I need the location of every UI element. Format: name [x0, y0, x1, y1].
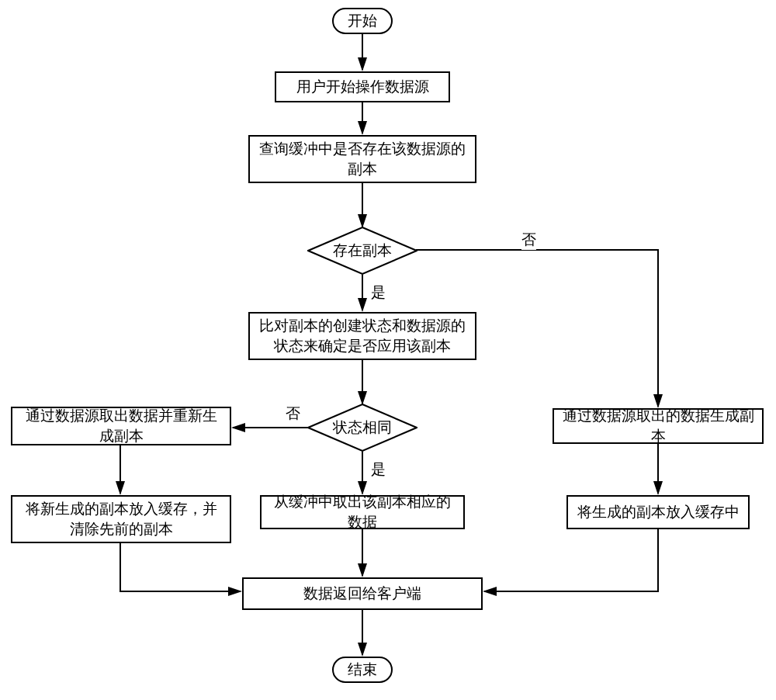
- label-d2-yes: 是: [371, 459, 386, 480]
- process-return-client: 数据返回给客户端: [242, 577, 483, 610]
- process-label: 用户开始操作数据源: [296, 77, 429, 97]
- process-label: 通过数据源取出数据并重新生成副本: [19, 406, 223, 445]
- process-generate-from-source: 通过数据源取出的数据生成副本: [553, 408, 764, 444]
- process-put-new-clear-old: 将新生成的副本放入缓存，并清除先前的副本: [11, 495, 231, 543]
- label-d2-no: 否: [286, 404, 300, 424]
- decision-label: 存在副本: [333, 241, 392, 261]
- terminator-start: 开始: [332, 8, 393, 34]
- process-label: 查询缓冲中是否存在该数据源的副本: [256, 139, 469, 178]
- process-label: 将生成的副本放入缓存中: [577, 502, 740, 522]
- process-label: 通过数据源取出的数据生成副本: [560, 406, 756, 445]
- process-put-to-cache: 将生成的副本放入缓存中: [566, 495, 750, 529]
- process-label: 将新生成的副本放入缓存，并清除先前的副本: [19, 499, 223, 539]
- process-label: 比对副本的创建状态和数据源的状态来确定是否应用该副本: [256, 316, 469, 355]
- decision-same-state: 状态相同: [307, 404, 417, 452]
- process-query-buffer: 查询缓冲中是否存在该数据源的副本: [248, 135, 476, 183]
- terminator-end: 结束: [332, 657, 393, 683]
- process-compare-state: 比对副本的创建状态和数据源的状态来确定是否应用该副本: [248, 312, 476, 360]
- decision-has-replica: 存在副本: [307, 227, 417, 275]
- label-d1-yes: 是: [371, 282, 386, 303]
- process-regenerate-replica: 通过数据源取出数据并重新生成副本: [11, 407, 231, 445]
- terminator-end-label: 结束: [348, 660, 377, 680]
- process-label: 从缓冲中取出该副本相应的数据: [268, 492, 457, 532]
- label-d1-no: 否: [521, 230, 536, 250]
- process-user-operate: 用户开始操作数据源: [275, 71, 450, 102]
- process-label: 数据返回给客户端: [303, 584, 421, 604]
- decision-label: 状态相同: [333, 418, 392, 438]
- process-get-from-buffer: 从缓冲中取出该副本相应的数据: [260, 495, 465, 529]
- terminator-start-label: 开始: [348, 11, 377, 31]
